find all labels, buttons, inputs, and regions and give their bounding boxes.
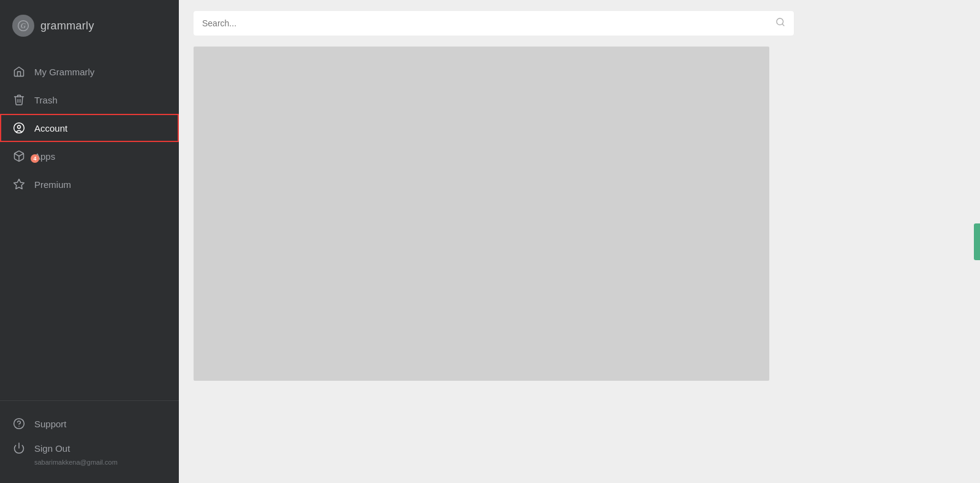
sidebar: G grammarly My Grammarly (0, 0, 179, 483)
svg-point-2 (14, 123, 24, 133)
user-email: sabarimakkena@gmail.com (12, 459, 167, 466)
sidebar-item-trash[interactable]: Trash (0, 86, 179, 114)
sidebar-item-support[interactable]: Support (0, 411, 179, 436)
sign-out-label: Sign Out (34, 443, 70, 454)
sidebar-item-premium[interactable]: Premium (0, 170, 179, 198)
sign-out-section: Sign Out sabarimakkena@gmail.com (0, 436, 179, 473)
trash-icon (12, 93, 26, 107)
sidebar-item-sign-out[interactable]: Sign Out (12, 439, 167, 457)
sidebar-item-trash-label: Trash (34, 95, 58, 105)
svg-line-10 (782, 24, 784, 26)
sidebar-item-premium-label: Premium (34, 179, 71, 190)
logo-area[interactable]: G grammarly (0, 0, 179, 51)
sidebar-navigation: My Grammarly Trash (0, 51, 179, 400)
search-input[interactable] (202, 18, 771, 28)
svg-point-3 (18, 125, 21, 129)
help-circle-icon (12, 417, 26, 430)
star-icon (12, 178, 26, 191)
sidebar-item-my-grammarly[interactable]: My Grammarly (0, 58, 179, 86)
search-icon (775, 17, 785, 29)
grammarly-logo-icon: G (12, 15, 34, 37)
sidebar-item-account[interactable]: Account (0, 114, 179, 142)
green-side-button[interactable] (974, 223, 980, 260)
sidebar-item-apps[interactable]: 4 Apps (0, 142, 179, 170)
main-content (179, 0, 980, 483)
content-area (179, 47, 980, 483)
sidebar-item-my-grammarly-label: My Grammarly (34, 67, 94, 77)
home-icon (12, 65, 26, 78)
svg-text:G: G (21, 22, 26, 30)
search-bar (194, 11, 794, 36)
sidebar-item-support-label: Support (34, 419, 67, 429)
grammarly-logo-text: grammarly (40, 20, 94, 32)
apps-badge: 4 (31, 154, 39, 163)
search-bar-container (179, 0, 980, 47)
sidebar-item-account-label: Account (34, 123, 67, 133)
svg-marker-5 (14, 179, 24, 189)
user-circle-icon (12, 121, 26, 135)
power-icon (12, 441, 26, 455)
content-placeholder (194, 47, 769, 381)
sidebar-bottom: Support Sign Out sabarimakkena@gmail.com (0, 400, 179, 483)
box-icon: 4 (12, 149, 26, 163)
svg-point-6 (14, 419, 24, 429)
